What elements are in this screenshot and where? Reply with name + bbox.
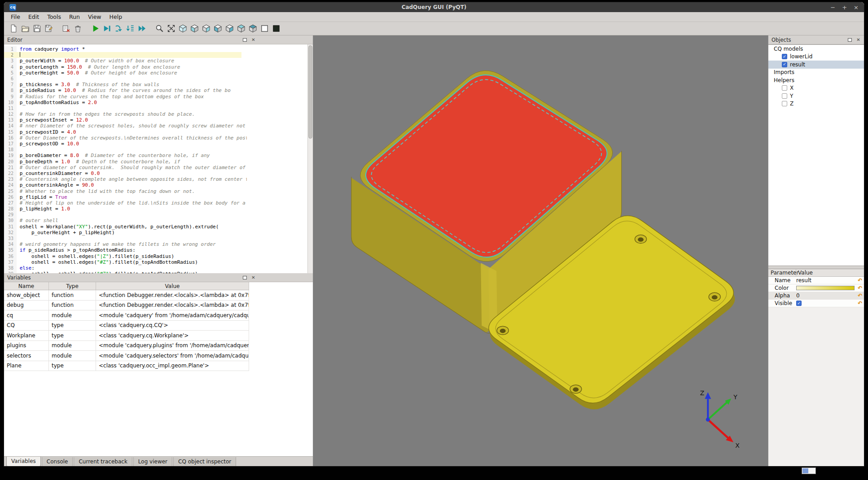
- view-iso-button[interactable]: [177, 23, 189, 35]
- variables-float-button[interactable]: [242, 275, 248, 280]
- y-axis-label: Y: [733, 393, 737, 401]
- maximize-button[interactable]: +: [842, 4, 847, 10]
- tab-log-viewer[interactable]: Log viewer: [133, 457, 172, 467]
- line-text: # Outer Diameter of the screwposts.\nDet…: [17, 135, 247, 141]
- fit-view-button[interactable]: [165, 23, 177, 35]
- variables-column-type[interactable]: Type: [49, 282, 96, 290]
- tab-console[interactable]: Console: [42, 457, 73, 467]
- checkbox-visible[interactable]: [796, 301, 802, 306]
- save-as-button[interactable]: [43, 23, 54, 35]
- parameter-row-color[interactable]: Color↶: [768, 284, 864, 292]
- line-number: 1: [4, 46, 17, 52]
- tab-current-traceback[interactable]: Current traceback: [74, 457, 132, 467]
- tree-group-imports[interactable]: Imports: [768, 69, 864, 77]
- editor-scrollbar[interactable]: [307, 44, 313, 273]
- zoom-button[interactable]: [153, 23, 165, 35]
- variable-row-Plane[interactable]: Planetype<class 'cadquery.occ_impl.geom.…: [4, 361, 249, 371]
- new-file-button[interactable]: [8, 23, 19, 35]
- step-into-button[interactable]: [124, 23, 136, 35]
- view-top-button[interactable]: [235, 23, 247, 35]
- left-panel: Editor ✕ 1 from cadquery import *2 3 p_o…: [4, 35, 313, 466]
- tab-variables[interactable]: Variables: [6, 457, 41, 467]
- menu-view[interactable]: View: [84, 13, 105, 21]
- variable-row-selectors[interactable]: selectorsmodule<module 'cadquery.selecto…: [4, 351, 249, 361]
- variables-close-button[interactable]: ✕: [250, 275, 256, 280]
- variable-row-cq[interactable]: cqmodule<module 'cadquery' from '/home/a…: [4, 310, 249, 321]
- code-line: 11: [4, 105, 247, 111]
- view-left-button[interactable]: [212, 23, 224, 35]
- objects-close-button[interactable]: ✕: [855, 37, 861, 43]
- delete-button[interactable]: [72, 23, 83, 35]
- menu-tools[interactable]: Tools: [43, 13, 65, 21]
- checkbox-z[interactable]: [782, 101, 787, 106]
- scrollbar-thumb[interactable]: [308, 45, 312, 139]
- debug-button[interactable]: [101, 23, 113, 35]
- tree-item-x[interactable]: X: [768, 84, 864, 92]
- editor-float-button[interactable]: [242, 37, 248, 43]
- parameter-value[interactable]: 0: [796, 292, 856, 299]
- run-button[interactable]: [89, 23, 101, 35]
- save-button[interactable]: [31, 23, 43, 35]
- parameter-value[interactable]: [796, 301, 856, 306]
- variable-row-CQ[interactable]: CQtype<class 'cadquery.cq.CQ'>: [4, 321, 249, 331]
- square-filled-button[interactable]: [270, 23, 282, 35]
- close-button[interactable]: ×: [854, 4, 859, 10]
- code-line: 13 p_screwpostInset = 12.0: [4, 117, 247, 123]
- minimize-button[interactable]: −: [830, 4, 835, 10]
- open-file-button[interactable]: [19, 23, 31, 35]
- variable-row-show_object[interactable]: show_objectfunction<function Debugger.re…: [4, 290, 249, 301]
- variable-row-plugins[interactable]: pluginsmodule<module 'cadquery.plugins' …: [4, 341, 249, 351]
- line-number: 9: [4, 94, 17, 100]
- revert-arrow-icon[interactable]: ↶: [856, 285, 864, 291]
- parameter-row-name[interactable]: Nameresult↶: [768, 277, 864, 284]
- checkbox-y[interactable]: [782, 93, 787, 99]
- revert-arrow-icon[interactable]: ↶: [856, 300, 864, 306]
- view-left-icon: [213, 24, 223, 33]
- code-editor[interactable]: 1 from cadquery import *2 3 p_outerWidth…: [4, 44, 313, 273]
- menu-file[interactable]: File: [7, 13, 24, 21]
- objects-float-button[interactable]: [847, 37, 853, 43]
- revert-arrow-icon[interactable]: ↶: [856, 292, 864, 299]
- cell: <module 'cadquery' from '/home/adam/cadq…: [96, 310, 249, 320]
- float-icon: [848, 38, 852, 42]
- tree-group-helpers[interactable]: Helpers: [768, 76, 864, 84]
- continue-button[interactable]: [136, 23, 148, 35]
- tree-group-cq-models[interactable]: CQ models: [768, 45, 864, 53]
- checkbox-lowerlid[interactable]: [782, 54, 787, 59]
- titlebar[interactable]: cq CadQuery GUI (PyQT) −+×: [4, 2, 864, 12]
- line-number: 18: [4, 147, 17, 153]
- tree-item-y[interactable]: Y: [768, 92, 864, 100]
- view-front-button[interactable]: [189, 23, 200, 35]
- variable-row-debug[interactable]: debugfunction<function Debugger.render.<…: [4, 301, 249, 311]
- parameter-row-alpha[interactable]: Alpha0↶: [768, 292, 864, 300]
- right-panel: Objects ✕ CQ modelslowerLidresultImports…: [768, 35, 864, 466]
- checkbox-result[interactable]: [782, 62, 787, 67]
- variable-row-Workplane[interactable]: Workplanetype<class 'cadquery.cq.Workpla…: [4, 331, 249, 341]
- view-back-button[interactable]: [200, 23, 212, 35]
- square-outline-button[interactable]: [259, 23, 270, 35]
- parameter-value[interactable]: result: [796, 277, 856, 284]
- line-number: 32: [4, 230, 17, 236]
- view-right-button[interactable]: [224, 23, 235, 35]
- variables-column-name[interactable]: Name: [4, 282, 49, 290]
- color-swatch[interactable]: [796, 286, 855, 290]
- view-bottom-button[interactable]: [247, 23, 259, 35]
- tree-item-result[interactable]: result: [768, 61, 864, 69]
- cell: module: [49, 310, 96, 320]
- variables-column-value[interactable]: Value: [96, 282, 249, 290]
- viewport-3d[interactable]: Z Y X: [313, 35, 768, 466]
- tab-cq-object-inspector[interactable]: CQ object inspector: [173, 457, 236, 467]
- step-over-button[interactable]: [113, 23, 124, 35]
- parameter-value[interactable]: [796, 286, 856, 290]
- editor-close-button[interactable]: ✕: [250, 37, 256, 43]
- checkbox-x[interactable]: [782, 85, 787, 91]
- parameter-row-visible[interactable]: Visible↶: [768, 300, 864, 307]
- line-number: 33: [4, 236, 17, 241]
- tree-item-lowerlid[interactable]: lowerLid: [768, 53, 864, 61]
- clear-button[interactable]: [60, 23, 72, 35]
- revert-arrow-icon[interactable]: ↶: [856, 277, 864, 284]
- menu-help[interactable]: Help: [105, 13, 127, 21]
- menu-run[interactable]: Run: [65, 13, 84, 21]
- menu-edit[interactable]: Edit: [24, 13, 43, 21]
- tree-item-z[interactable]: Z: [768, 100, 864, 108]
